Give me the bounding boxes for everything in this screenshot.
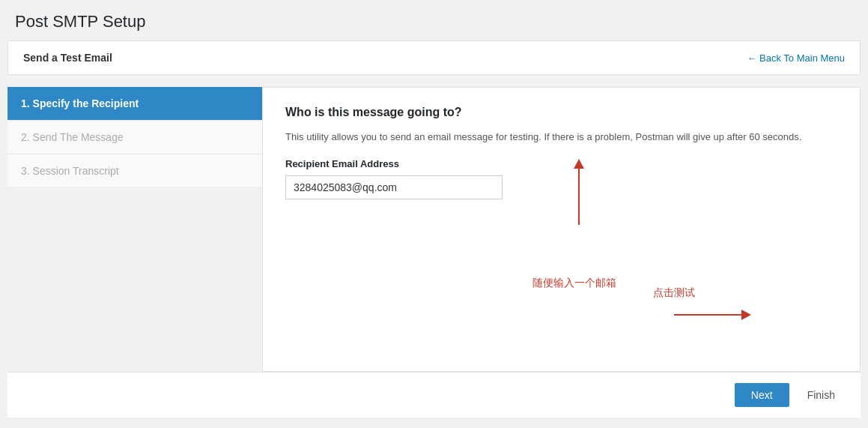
next-button[interactable]: Next (735, 383, 789, 407)
content-description: This utility allows you to send an email… (285, 130, 837, 145)
button-hint-label: 点击测试 (653, 286, 695, 300)
button-arrow (674, 310, 751, 320)
content-heading: Who is this message going to? (285, 106, 837, 119)
footer-buttons: Next Finish (7, 372, 861, 418)
field-label: Recipient Email Address (285, 158, 837, 169)
finish-button[interactable]: Finish (797, 383, 846, 407)
sidebar-step2-label: 2. Send The Message (21, 131, 124, 143)
input-hint-label: 随便输入一个邮箱 (532, 277, 616, 290)
page-title: Post SMTP Setup (0, 0, 868, 40)
sidebar-step3-label: 3. Session Transcript (21, 165, 119, 177)
sidebar-item-step3[interactable]: 3. Session Transcript (7, 154, 262, 188)
sidebar: 1. Specify the Recipient 2. Send The Mes… (7, 87, 262, 372)
sidebar-item-step1[interactable]: 1. Specify the Recipient (7, 87, 262, 121)
email-input[interactable] (285, 175, 503, 199)
content-panel: Who is this message going to? This utili… (262, 87, 861, 372)
input-annotation (574, 159, 584, 225)
top-bar-title: Send a Test Email (23, 52, 112, 64)
sidebar-item-step2[interactable]: 2. Send The Message (7, 121, 262, 154)
top-bar: Send a Test Email ← Back To Main Menu (7, 40, 861, 75)
sidebar-step1-label: 1. Specify the Recipient (21, 97, 139, 109)
back-link-text: ← Back To Main Menu (747, 52, 845, 64)
back-to-main-menu-link[interactable]: ← Back To Main Menu (747, 52, 845, 64)
